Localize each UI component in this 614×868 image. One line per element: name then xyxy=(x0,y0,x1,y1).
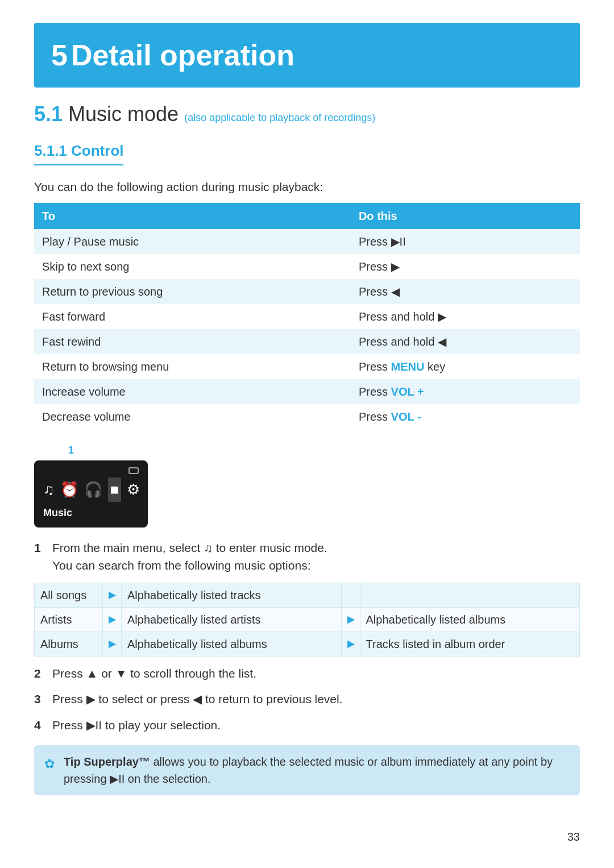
section-51-num: 5.1 xyxy=(34,102,63,126)
instruction-cell: Press VOL + xyxy=(351,379,580,404)
tip-brand: Superplay™ xyxy=(84,755,150,768)
instruction-cell: Press ▶ xyxy=(351,254,580,279)
section-511-name: Control xyxy=(71,142,123,159)
clock-icon: ⏰ xyxy=(60,479,78,501)
action-cell: Increase volume xyxy=(34,379,351,404)
device-top-bar xyxy=(43,467,139,474)
page-number: 33 xyxy=(567,828,580,845)
table-row: Fast forwardPress and hold ▶ xyxy=(34,304,580,329)
col-do-this: Do this xyxy=(351,203,580,229)
category-cell: Albums xyxy=(35,632,103,656)
step-1-line1: From the main menu, select ♫ to enter mu… xyxy=(52,539,580,557)
category-cell: Artists xyxy=(35,607,103,632)
step-1-num: 1 xyxy=(34,539,47,575)
intro-text: You can do the following action during m… xyxy=(34,178,580,196)
table-row: Increase volumePress VOL + xyxy=(34,379,580,404)
music-options-table: All songs▶Alphabetically listed tracksAr… xyxy=(34,583,580,657)
tip-box: ✿ Tip Superplay™ allows you to playback … xyxy=(34,745,580,795)
category-cell: All songs xyxy=(35,583,103,607)
section-511: 5.1.1 Control xyxy=(34,140,580,172)
step-3: 3 Press ▶ to select or press ◀ to return… xyxy=(34,690,580,708)
instruction-cell: Press VOL - xyxy=(351,404,580,429)
device-screen-dot xyxy=(128,467,139,474)
section-51-name: Music mode xyxy=(68,102,179,126)
option1-cell: Alphabetically listed artists xyxy=(122,607,342,632)
arrow2-cell xyxy=(341,583,360,607)
step-1-content: From the main menu, select ♫ to enter mu… xyxy=(52,539,580,575)
section-51-title: 5.1 Music mode (also applicable to playb… xyxy=(34,102,375,126)
col-to: To xyxy=(34,203,351,229)
section-511-title: 5.1.1 Control xyxy=(34,140,123,165)
action-cell: Return to browsing menu xyxy=(34,354,351,379)
action-cell: Fast forward xyxy=(34,304,351,329)
device-label-num: 1 xyxy=(68,443,74,458)
arrow-cell: ▶ xyxy=(103,632,122,656)
step-2-num: 2 xyxy=(34,665,47,683)
arrow-cell: ▶ xyxy=(103,583,122,607)
option2-cell: Tracks listed in album order xyxy=(360,632,580,656)
section-511-num: 5.1.1 xyxy=(34,142,67,159)
device-music-label: Music xyxy=(43,505,72,521)
control-table-body: Play / Pause musicPress ▶IISkip to next … xyxy=(34,229,580,429)
chapter-title: Detail operation xyxy=(71,39,294,72)
list-item: Artists▶Alphabetically listed artists▶Al… xyxy=(35,607,580,632)
step-4-text: Press ▶II to play your selection. xyxy=(52,716,580,734)
option2-cell xyxy=(360,583,580,607)
control-table: To Do this Play / Pause musicPress ▶IISk… xyxy=(34,203,580,429)
list-item: All songs▶Alphabetically listed tracks xyxy=(35,583,580,607)
device-container: 1 ♫ ⏰ 🎧 ■ ⚙ Music xyxy=(34,443,580,528)
device-image: ♫ ⏰ 🎧 ■ ⚙ Music xyxy=(34,460,148,528)
table-row: Fast rewindPress and hold ◀ xyxy=(34,329,580,354)
table-row: Play / Pause musicPress ▶II xyxy=(34,229,580,254)
step-1: 1 From the main menu, select ♫ to enter … xyxy=(34,539,580,575)
action-cell: Skip to next song xyxy=(34,254,351,279)
arrow2-cell: ▶ xyxy=(341,607,360,632)
table-row: Return to previous songPress ◀ xyxy=(34,279,580,304)
step-4-num: 4 xyxy=(34,716,47,734)
gear-icon: ⚙ xyxy=(127,479,140,501)
arrow-cell: ▶ xyxy=(103,607,122,632)
instruction-cell: Press and hold ◀ xyxy=(351,329,580,354)
option1-cell: Alphabetically listed albums xyxy=(122,632,342,656)
action-cell: Return to previous song xyxy=(34,279,351,304)
instruction-cell: Press ◀ xyxy=(351,279,580,304)
stop-icon: ■ xyxy=(108,477,122,502)
list-item: Albums▶Alphabetically listed albums▶Trac… xyxy=(35,632,580,656)
action-cell: Fast rewind xyxy=(34,329,351,354)
tip-icon: ✿ xyxy=(44,754,58,773)
headphone-icon: 🎧 xyxy=(84,479,102,501)
instruction-cell: Press MENU key xyxy=(351,354,580,379)
chapter-number: 5 xyxy=(51,39,68,72)
music-icon: ♫ xyxy=(43,479,55,501)
tip-text: Tip Superplay™ allows you to playback th… xyxy=(64,753,570,787)
step-2: 2 Press ▲ or ▼ to scroll through the lis… xyxy=(34,665,580,683)
music-options-body: All songs▶Alphabetically listed tracksAr… xyxy=(35,583,580,656)
instruction-cell: Press and hold ▶ xyxy=(351,304,580,329)
device-icons: ♫ ⏰ 🎧 ■ ⚙ xyxy=(43,477,140,502)
step-4: 4 Press ▶II to play your selection. xyxy=(34,716,580,734)
step-3-text: Press ▶ to select or press ◀ to return t… xyxy=(52,690,580,708)
option2-cell: Alphabetically listed albums xyxy=(360,607,580,632)
section-51: 5.1 Music mode (also applicable to playb… xyxy=(34,99,580,130)
action-cell: Play / Pause music xyxy=(34,229,351,254)
section-51-subtitle: (also applicable to playback of recordin… xyxy=(184,112,375,123)
instruction-cell: Press ▶II xyxy=(351,229,580,254)
tip-prefix: Tip xyxy=(64,755,84,768)
step-3-num: 3 xyxy=(34,690,47,708)
chapter-header: 5 Detail operation xyxy=(34,23,580,88)
table-row: Decrease volumePress VOL - xyxy=(34,404,580,429)
step-1-line2: You can search from the following music … xyxy=(52,556,580,575)
step-2-text: Press ▲ or ▼ to scroll through the list. xyxy=(52,665,580,683)
table-row: Return to browsing menuPress MENU key xyxy=(34,354,580,379)
option1-cell: Alphabetically listed tracks xyxy=(122,583,342,607)
table-row: Skip to next songPress ▶ xyxy=(34,254,580,279)
action-cell: Decrease volume xyxy=(34,404,351,429)
arrow2-cell: ▶ xyxy=(341,632,360,656)
